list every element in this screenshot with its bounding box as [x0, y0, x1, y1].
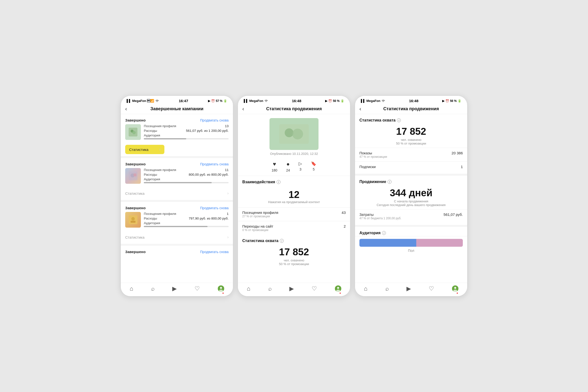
divider-3: [121, 244, 233, 246]
site-clicks-sub: 0 % от промоакции: [242, 228, 273, 232]
spend-stat-sub: 47 % от бюджета 1 200,00 руб.: [360, 216, 401, 220]
campaign-status-row-1: Завершено Продвигать снова: [121, 114, 233, 124]
audience-bar-2: [144, 182, 228, 183]
site-clicks-stat: Переходы на сайт 0 % от промоакции 2: [238, 221, 350, 235]
stat-btn-container-2: Статистика ›: [121, 187, 233, 198]
nav-profile-2[interactable]: [335, 286, 341, 292]
spend-stat: Затраты 47 % от бюджета 1 200,00 руб. 56…: [355, 209, 467, 223]
promote-link-1[interactable]: Продвигать снова: [200, 118, 228, 122]
nav-home-3[interactable]: ⌂: [364, 286, 368, 292]
carrier-name-3: MegaFon: [366, 99, 380, 103]
back-button-3[interactable]: ‹: [360, 106, 361, 112]
reach-info-icon-2: i: [280, 239, 284, 243]
nav-search-3[interactable]: ⌕: [386, 286, 389, 292]
status-label-1: Завершено: [125, 118, 146, 122]
comments-count: 24: [286, 168, 290, 172]
scroll-area-1[interactable]: Завершено Продвигать снова Посещения про…: [121, 114, 233, 283]
back-button-2[interactable]: ‹: [242, 106, 244, 112]
svg-point-13: [285, 128, 294, 137]
promote-link-4[interactable]: Продвигать снова: [200, 250, 228, 254]
interactions-info-icon: i: [276, 180, 280, 184]
shares-icon: ▷: [299, 161, 302, 166]
status-bar-1: ▌▌ MegaFon 📶 16:47 ▶ ⏰ 57 % 🔋: [121, 96, 233, 104]
video-icon-2: ▶: [289, 286, 294, 292]
reach-sub-2: чел. охвачено50 % от промоакции: [238, 258, 350, 268]
nav-search-2[interactable]: ⌕: [268, 286, 272, 292]
interactions-heading: Взаимодействия i: [238, 176, 350, 185]
scroll-area-2[interactable]: Опубликовано 10.11.2020, 12:32 ♥ 180 ● 2…: [238, 114, 350, 283]
back-button-1[interactable]: ‹: [125, 106, 127, 112]
location-icon-3: ▶: [442, 99, 444, 103]
stat-btn-container-3: Статистика ›: [121, 230, 233, 242]
svg-point-19: [454, 287, 456, 289]
audience-row-3: Аудитория: [144, 221, 228, 225]
status-left-2: ▌▌ MegaFon: [244, 99, 268, 103]
nav-video-1[interactable]: ▶: [172, 286, 177, 292]
reach-title-2: Статистика охвата: [242, 239, 278, 243]
nav-heart-1[interactable]: ♡: [194, 286, 200, 292]
wifi-icon-3: [381, 99, 385, 103]
stat-chevron-2: ›: [227, 191, 228, 196]
heart-icon-2: ♡: [312, 286, 317, 292]
nav-heart-3[interactable]: ♡: [429, 286, 434, 292]
stat-btn-row-1: Статистика ›: [121, 143, 233, 154]
reach-heading-3: Статистика охвата i: [355, 114, 467, 124]
nav-heart-2[interactable]: ♡: [312, 286, 317, 292]
nav-profile-3[interactable]: [452, 286, 458, 292]
comments-item: ● 24: [286, 161, 290, 172]
heart-icon-3: ♡: [429, 286, 434, 292]
nav-home-2[interactable]: ⌂: [247, 286, 250, 292]
stat-button-3[interactable]: Статистика ›: [125, 232, 228, 242]
audience-bar-1: [144, 138, 228, 140]
battery-text: 57 %: [216, 99, 222, 103]
nav-video-3[interactable]: ▶: [406, 286, 411, 292]
campaign-card-1: Посещения профиля 13 Расходы 561,07 руб.…: [121, 124, 233, 143]
profile-avatar-1: [218, 286, 224, 292]
nav-search-1[interactable]: ⌕: [151, 286, 154, 292]
saves-count: 5: [313, 167, 315, 171]
promote-link-3[interactable]: Продвигать снова: [200, 206, 228, 210]
bottom-nav-2: ⌂ ⌕ ▶ ♡: [238, 283, 350, 296]
nav-video-2[interactable]: ▶: [289, 286, 294, 292]
stat-button-1-active[interactable]: Статистика ›: [125, 145, 164, 154]
signal-icon: ▌▌: [127, 99, 131, 103]
spend-value-1: 561,07 руб. из 1 200,00 руб.: [186, 129, 228, 132]
battery-text-2: 56 %: [333, 99, 340, 103]
subscriptions-stat: Подписки 1: [355, 162, 467, 172]
wifi-icon-2: [264, 99, 268, 103]
alarm-icon-3: ⏰: [446, 99, 449, 103]
campaign-thumb-1: [125, 124, 141, 140]
site-clicks-label: Переходы на сайт: [242, 224, 273, 228]
campaign-status-row-3: Завершено Продвигать снова: [121, 202, 233, 212]
battery-icon-3: 🔋: [458, 99, 461, 103]
profile-dot-2: [340, 292, 341, 294]
profile-avatar-3: [452, 286, 458, 292]
spend-label-3: Расходы: [144, 216, 157, 220]
promo-days-sub: С начала продвиженияСегодня последний де…: [355, 200, 467, 209]
gender-bar-female: [416, 239, 463, 247]
spend-stat-value: 561,07 руб.: [444, 212, 463, 216]
status-right-1: ▶ ⏰ 57 % 🔋: [208, 99, 227, 103]
audience-label-1: Аудитория: [144, 134, 160, 137]
signal-icon-2: ▌▌: [244, 99, 248, 103]
status-bar-3: ▌▌ MegaFon 16:48 ▶ ⏰ 56 % 🔋: [355, 96, 467, 104]
signal-icon-3: ▌▌: [361, 99, 365, 103]
status-left-3: ▌▌ MegaFon: [361, 99, 385, 103]
screen-2: ▌▌ MegaFon 16:48 ▶ ⏰ 56 % 🔋 ‹ Статистика…: [238, 96, 350, 296]
engagement-row: ♥ 180 ● 24 ▷ 3 🔖 5: [238, 158, 350, 176]
audience-label-3: Аудитория: [144, 221, 160, 225]
profile-visits-label: Посещения профиля: [242, 210, 278, 214]
nav-profile-1[interactable]: [218, 286, 224, 292]
promote-link-2[interactable]: Продвигать снова: [200, 162, 228, 166]
promo-title: Продвижение: [360, 180, 386, 184]
battery-icon-2: 🔋: [340, 99, 344, 103]
reach-info-icon-3: i: [397, 118, 401, 122]
location-icon-2: ▶: [325, 99, 327, 103]
stat-button-2[interactable]: Статистика ›: [125, 189, 228, 198]
saves-item: 🔖 5: [311, 161, 316, 172]
nav-home-1[interactable]: ⌂: [130, 286, 133, 292]
status-bar-2: ▌▌ MegaFon 16:48 ▶ ⏰ 56 % 🔋: [238, 96, 350, 104]
section-divider-promo: [355, 174, 467, 176]
svg-point-14: [292, 128, 303, 140]
scroll-area-3[interactable]: Статистика охвата i 17 852 чел. охвачено…: [355, 114, 467, 283]
